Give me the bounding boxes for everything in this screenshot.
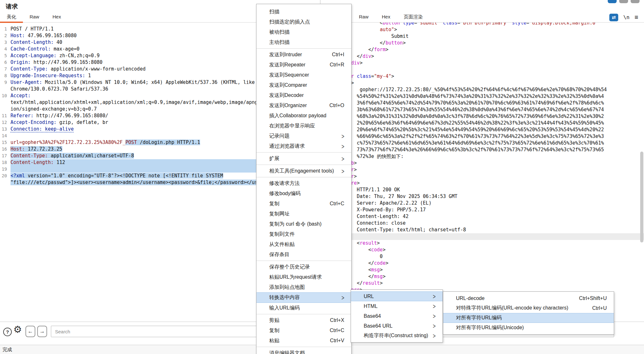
response-line[interactable]: <msg>	[320, 267, 644, 273]
convert-submenu-item[interactable]: Base64>	[351, 311, 443, 321]
context-menu-item[interactable]: 复制网址	[256, 209, 351, 219]
context-menu-item[interactable]: 从文件粘贴	[256, 239, 351, 249]
response-line[interactable]: Content-Type: text/html; charset=utf-8	[320, 227, 644, 233]
context-menu-item[interactable]: 粘贴Ctrl+V	[256, 336, 351, 346]
context-menu-item[interactable]: 复制为 curl 命令 (bash)	[256, 219, 351, 229]
editor-menu-icon[interactable]: ≡	[634, 14, 638, 21]
url-submenu-item[interactable]: 对所有字符URL编码	[443, 313, 614, 323]
context-menu-item[interactable]: 修改请求方法	[256, 178, 351, 188]
context-menu-item[interactable]: 主动扫描	[256, 37, 351, 47]
convert-submenu-item[interactable]: URL>	[351, 291, 443, 301]
url-submenu-item[interactable]: URL-decodeCtrl+Shift+U	[443, 293, 614, 303]
response-line[interactable]: Date: Thu, 27 Nov 2025 06:34:53 GMT	[320, 193, 644, 200]
response-line[interactable]: </div>	[320, 60, 644, 66]
response-line[interactable]: X-Powered-By: PHP/5.2.17	[320, 207, 644, 213]
response-line[interactable]: <code>	[320, 247, 644, 253]
response-line[interactable]: </result>	[320, 280, 644, 287]
context-menu-item[interactable]: 记录问题>	[256, 131, 351, 141]
response-line[interactable]: <pre>	[320, 180, 644, 187]
pretty-print-icon[interactable]: ⇄	[609, 14, 618, 21]
response-line[interactable]: </button>	[320, 40, 644, 46]
context-menu-item[interactable]: 发送到OrganizerCtrl+O	[256, 100, 351, 111]
settings-gear-icon[interactable]: ⚙	[13, 324, 22, 335]
menu-item-label: 对特殊字符URL编码(URL-encode key characters)	[456, 305, 586, 311]
response-line[interactable]	[320, 233, 644, 240]
response-line[interactable]: Submit	[320, 33, 644, 40]
response-line[interactable]: </b>	[320, 160, 644, 167]
response-line[interactable]: 3b%63%68%61%72%73%65%74%3d%55%54%46%2d%3…	[320, 106, 644, 113]
context-menu-item[interactable]: 扫描选定的插入点	[256, 17, 351, 27]
newline-toggle-icon[interactable]: \n	[623, 14, 629, 20]
response-line[interactable]: </div>	[320, 53, 644, 60]
context-menu-item[interactable]: 在浏览器中显示响应	[256, 121, 351, 131]
convert-submenu-item[interactable]: 构造字符串(Construct string)>	[351, 331, 443, 341]
context-menu-item[interactable]: 转换选中内容>	[256, 292, 351, 303]
response-tab[interactable]: Hex	[375, 12, 397, 23]
context-menu-item[interactable]: 修改body编码	[256, 188, 351, 199]
request-tab[interactable]: 美化	[0, 12, 23, 23]
context-menu-item[interactable]: 扩展>	[256, 153, 351, 164]
context-menu-item[interactable]: 保存整个历史记录	[256, 262, 351, 272]
context-menu-item[interactable]: 复制到文件	[256, 229, 351, 239]
context-menu-item[interactable]: 复制Ctrl+C	[256, 325, 351, 336]
response-line[interactable]: 73%73%77%6f%72%64%3e%26%66%69%6c%65%3b%3…	[320, 146, 644, 153]
context-menu-item[interactable]: 发送到Sequencer	[256, 70, 351, 80]
response-line[interactable]: </code>	[320, 260, 644, 267]
response-line[interactable]: </form>	[320, 46, 644, 53]
convert-submenu-item[interactable]: HTML>	[351, 301, 443, 311]
response-line[interactable]: Content-Length: 42	[320, 213, 644, 220]
response-editor[interactable]: <button type="submit" class="btn btn-pri…	[320, 20, 644, 322]
response-line[interactable]: 20%6e%6f%74%65%20%5b%3c%21%45%4e%54%49%5…	[320, 126, 644, 133]
request-tab[interactable]: Raw	[23, 12, 46, 23]
response-scrollbar[interactable]	[640, 152, 643, 242]
context-menu-item[interactable]: 输入URL编码	[256, 303, 351, 313]
convert-submenu-item[interactable]: Base64 URL>	[351, 321, 443, 331]
context-menu-item[interactable]: 通过浏览器请求>	[256, 141, 351, 151]
response-line[interactable]: %68%3a%20%31%31%32%0d%0a%0d%0a%3c%3f%78%…	[320, 113, 644, 120]
url-submenu-item[interactable]: 对特殊字符URL编码(URL-encode key characters)Ctr…	[443, 303, 614, 313]
response-line[interactable]: <b>	[320, 80, 644, 86]
response-line[interactable]: gopher://172.72.23.25:80/_%50%4f%53%54%2…	[320, 86, 644, 93]
context-menu-item[interactable]: 保存条目	[256, 249, 351, 260]
context-menu-item[interactable]: 复制Ctrl+C	[256, 199, 351, 209]
corner-gray-icon-2[interactable]	[631, 0, 640, 3]
context-menu-item[interactable]: 消息编辑器文档	[256, 348, 351, 354]
response-line[interactable]: 2%20%65%6e%63%6f%64%69%6e%67%3d%22%55%54…	[320, 120, 644, 126]
response-tab[interactable]: Raw	[352, 12, 375, 23]
response-line[interactable]: <result>	[320, 240, 644, 247]
url-submenu-item[interactable]: 对所有字符URL编码(Unicode)	[443, 323, 614, 333]
response-line[interactable]: %72%3e 的快照如下:	[320, 153, 644, 160]
context-menu-item[interactable]: 发送到IntruderCtrl+I	[256, 50, 351, 60]
corner-blue-icon[interactable]	[608, 0, 617, 3]
search-next-button[interactable]: →	[37, 326, 47, 337]
response-line[interactable]: %54%50%2f%31%2e%31%0d%0a%48%6f%73%74%3a%…	[320, 93, 644, 100]
corner-gray-icon-1[interactable]	[619, 0, 628, 3]
context-menu-item[interactable]: 发送到RepeaterCtrl+R	[256, 60, 351, 70]
search-prev-button[interactable]: ←	[25, 326, 35, 337]
response-line[interactable]: Server: Apache/2.2.22 (EL)	[320, 200, 644, 207]
context-menu-item[interactable]: 扫描	[256, 7, 351, 17]
context-menu-item[interactable]: 发送到Comparer	[256, 80, 351, 90]
response-line[interactable]: <hr class="my-4">	[320, 73, 644, 80]
context-menu-item[interactable]: 发送到Decoder	[256, 90, 351, 100]
response-line[interactable]: 3%6f%6e%74%65%6e%74%2d%54%79%70%65%3a%20…	[320, 100, 644, 106]
response-line[interactable]: HTTP/1.1 200 OK	[320, 187, 644, 193]
context-menu-item[interactable]: 被动扫描	[256, 27, 351, 37]
context-menu-item[interactable]: 剪贴Ctrl+X	[256, 315, 351, 325]
response-line[interactable]: <br>	[320, 167, 644, 173]
response-line[interactable]: auto">	[320, 26, 644, 33]
response-line[interactable]	[320, 66, 644, 73]
context-menu-item[interactable]: 相关工具(Engagement tools)>	[256, 166, 351, 176]
response-line[interactable]: </msg>	[320, 273, 644, 280]
response-line[interactable]: c%75%73%65%72%6e%61%6d%65%3e%61%64%6d%69…	[320, 140, 644, 146]
response-tab[interactable]: 页面渲染	[397, 12, 430, 23]
response-line[interactable]: %66%69%6c%65%3a%2f%2f%2f%65%74%63%2f%70%…	[320, 133, 644, 140]
context-menu-item[interactable]: 粘贴URL为request请求	[256, 272, 351, 282]
context-menu-item[interactable]: 插入Collaborator payload	[256, 111, 351, 121]
response-line[interactable]: 0	[320, 253, 644, 260]
response-line[interactable]: Connection: close	[320, 220, 644, 227]
help-icon[interactable]: ?	[3, 328, 12, 336]
context-menu-item[interactable]: 添加到站点地图	[256, 282, 351, 292]
response-line[interactable]: <br>	[320, 173, 644, 180]
request-tab[interactable]: Hex	[46, 12, 68, 23]
